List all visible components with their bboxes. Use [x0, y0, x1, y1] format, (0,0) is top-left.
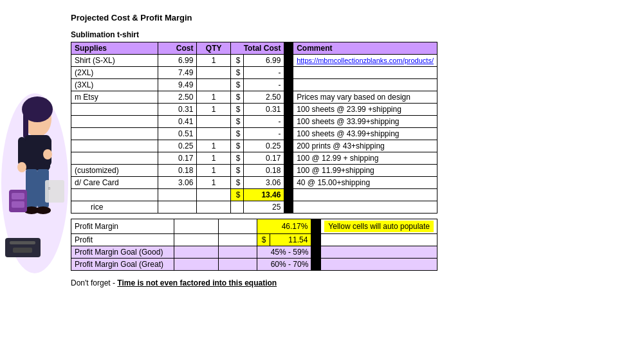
row-cost: 7.49: [158, 67, 197, 79]
spacer-row: [71, 214, 437, 219]
row-dollar: $: [230, 177, 243, 189]
row-dollar: $: [230, 116, 243, 128]
row-dollar: $: [230, 165, 243, 177]
row-cost: 6.99: [158, 55, 197, 67]
goal-great-value: 60% - 70%: [257, 258, 311, 270]
svg-rect-19: [10, 241, 35, 244]
svg-rect-14: [12, 193, 24, 199]
row-qty: 1: [197, 165, 231, 177]
row-qty: [197, 128, 231, 140]
row-comment: Prices may vary based on design: [293, 91, 437, 104]
row-total: 3.06: [244, 177, 284, 189]
row-name: m Etsy: [71, 91, 158, 104]
goal-great-label: Profit Margin Goal (Great): [71, 258, 174, 270]
row-comment: 100 sheets @ 33.99+shipping: [293, 116, 437, 128]
row-comment: 100 @ 11.99+shipping: [293, 165, 437, 177]
row-total: 0.18: [244, 165, 284, 177]
header-supplies: Supplies: [71, 42, 158, 55]
row-total: 0.31: [244, 104, 284, 116]
header-qty: QTY: [197, 42, 231, 55]
row-comment: 100 @ 12.99 + shipping: [293, 152, 437, 165]
svg-rect-5: [18, 137, 26, 166]
row-dollar: $: [230, 140, 243, 152]
profit-margin-value: 46.17%: [257, 219, 311, 233]
row-comment: 100 sheets @ 43.99+shipping: [293, 128, 437, 140]
row-comment: [293, 67, 437, 79]
row-comment: [293, 79, 437, 91]
table-row: 0.41 $ - 100 sheets @ 33.99+shipping: [71, 116, 437, 128]
table-row: d/ Care Card 3.06 1 $ 3.06 40 @ 15.00+sh…: [71, 177, 437, 189]
svg-point-12: [35, 206, 51, 214]
row-cost: 2.50: [158, 91, 197, 104]
row-dollar: $: [230, 128, 243, 140]
row-dollar: $: [230, 79, 243, 91]
row-name: [71, 116, 158, 128]
svg-rect-20: [13, 248, 32, 253]
profit-margin-row: Profit Margin 46.17% Yellow cells will a…: [71, 219, 437, 233]
row-comment: https://mbmcollectionzblanks.com/product…: [293, 55, 437, 67]
total-value: 13.46: [244, 189, 284, 201]
row-total: 0.17: [244, 152, 284, 165]
price-value: 25: [244, 201, 284, 214]
main-table: Supplies Cost QTY Total Cost Comment Shi…: [71, 42, 437, 219]
table-header: Supplies Cost QTY Total Cost Comment: [71, 42, 437, 55]
svg-point-7: [17, 162, 26, 172]
footer-part1: Don't forget -: [71, 278, 117, 287]
row-dollar: $: [230, 91, 243, 104]
table-row: Shirt (S-XL) 6.99 1 $ 6.99 https://mbmco…: [71, 55, 437, 67]
page-container: B Projected Cost & Profit Margin Sublima…: [0, 0, 626, 300]
footer-bold: Time is not even factored into this equa…: [117, 278, 277, 287]
row-total: -: [244, 128, 284, 140]
row-qty: [197, 116, 231, 128]
subtitle: Sublimation t-shirt: [71, 30, 613, 39]
table-row: m Etsy 2.50 1 $ 2.50 Prices may vary bas…: [71, 91, 437, 104]
row-qty: 1: [197, 55, 231, 67]
svg-rect-3: [23, 113, 28, 138]
auto-populate-note: Yellow cells will auto populate: [324, 221, 434, 232]
row-cost: 0.41: [158, 116, 197, 128]
profit-table: Profit Margin 46.17% Yellow cells will a…: [71, 219, 437, 271]
row-total: 2.50: [244, 91, 284, 104]
page-title: Projected Cost & Profit Margin: [71, 13, 613, 23]
table-row: (customized) 0.18 1 $ 0.18 100 @ 11.99+s…: [71, 165, 437, 177]
goal-great-row: Profit Margin Goal (Great) 60% - 70%: [71, 258, 437, 270]
row-cost: 3.06: [158, 177, 197, 189]
row-comment: 40 @ 15.00+shipping: [293, 177, 437, 189]
row-qty: 1: [197, 152, 231, 165]
table-row: 0.17 1 $ 0.17 100 @ 12.99 + shipping: [71, 152, 437, 165]
profit-margin-label: Profit Margin: [71, 219, 174, 233]
table-row: 0.51 $ - 100 sheets @ 43.99+shipping: [71, 128, 437, 140]
goal-good-row: Profit Margin Goal (Good) 45% - 59%: [71, 246, 437, 258]
total-row: $ 13.46: [71, 189, 437, 201]
row-dollar: $: [230, 152, 243, 165]
header-comment: Comment: [293, 42, 437, 55]
row-total: -: [244, 116, 284, 128]
row-name: [71, 140, 158, 152]
header-cost: Cost: [158, 42, 197, 55]
goal-good-value: 45% - 59%: [257, 246, 311, 258]
svg-point-8: [43, 149, 52, 159]
profit-dollar: $: [257, 233, 270, 246]
svg-rect-15: [12, 201, 24, 208]
row-name: [71, 104, 158, 116]
price-label: rice: [71, 201, 158, 214]
table-row: (3XL) 9.49 $ -: [71, 79, 437, 91]
svg-rect-16: [45, 180, 64, 203]
profit-value: 11.54: [270, 233, 311, 246]
row-qty: 1: [197, 140, 231, 152]
row-total: -: [244, 67, 284, 79]
table-row: (2XL) 7.49 $ -: [71, 67, 437, 79]
row-name: Shirt (S-XL): [71, 55, 158, 67]
row-total: 6.99: [244, 55, 284, 67]
row-qty: [197, 79, 231, 91]
row-name: (customized): [71, 165, 158, 177]
row-name: (3XL): [71, 79, 158, 91]
row-cost: 9.49: [158, 79, 197, 91]
svg-rect-9: [26, 169, 37, 208]
total-dollar: $: [230, 189, 243, 201]
row-cost: 0.17: [158, 152, 197, 165]
table-row: 0.31 1 $ 0.31 100 sheets @ 23.99 +shippi…: [71, 104, 437, 116]
header-black-divider: [284, 42, 293, 55]
row-dollar: $: [230, 67, 243, 79]
row-cost: 0.51: [158, 128, 197, 140]
